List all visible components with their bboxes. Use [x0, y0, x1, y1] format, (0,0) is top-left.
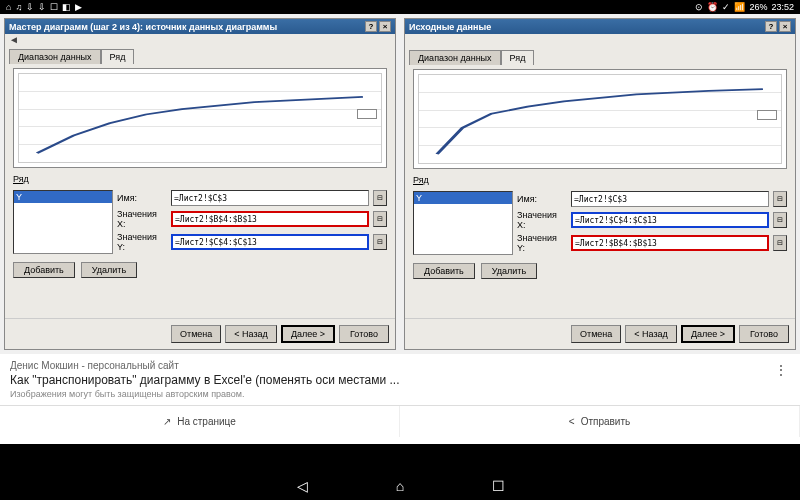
more-menu-icon[interactable]: ⋮: [774, 362, 788, 378]
help-button[interactable]: ?: [365, 21, 377, 32]
search-result-info[interactable]: Денис Мокшин - персональный сайт Как "тр…: [0, 354, 800, 405]
chart-legend: [357, 109, 377, 119]
y-values-input[interactable]: [171, 234, 369, 250]
y-values-label: Значения Y:: [517, 233, 567, 253]
alarm-icon: ⏰: [707, 2, 718, 12]
app-icon: ☐: [50, 2, 58, 12]
close-button[interactable]: ×: [779, 21, 791, 32]
close-button[interactable]: ×: [379, 21, 391, 32]
share-icon: <: [569, 416, 575, 427]
clock: 23:52: [771, 2, 794, 12]
wifi-icon: 📶: [734, 2, 745, 12]
recents-nav-icon[interactable]: ☐: [489, 477, 507, 495]
finish-button[interactable]: Готово: [339, 325, 389, 343]
check-icon: ✓: [722, 2, 730, 12]
dialog-title: Исходные данные: [409, 22, 491, 32]
android-navbar: ◁ ⌂ ☐: [0, 472, 800, 500]
range-picker-icon[interactable]: ⊟: [773, 235, 787, 251]
next-button[interactable]: Далее >: [681, 325, 735, 343]
download-icon: ⇩: [38, 2, 46, 12]
dialog-title: Мастер диаграмм (шаг 2 из 4): источник д…: [9, 22, 277, 32]
back-arrow-icon[interactable]: ◄: [9, 34, 19, 45]
chart-line: [419, 75, 781, 163]
titlebar: Мастер диаграмм (шаг 2 из 4): источник д…: [5, 19, 395, 34]
range-picker-icon[interactable]: ⊟: [373, 234, 387, 250]
screenshot-panels: Мастер диаграмм (шаг 2 из 4): источник д…: [0, 14, 800, 354]
name-label: Имя:: [117, 193, 167, 203]
series-item-y[interactable]: Y: [414, 192, 512, 204]
titlebar: Исходные данные ? ×: [405, 19, 795, 34]
result-title: Как "транспонировать" диаграмму в Excel'…: [10, 373, 790, 387]
next-button[interactable]: Далее >: [281, 325, 335, 343]
download-icon: ⇩: [26, 2, 34, 12]
tab-series[interactable]: Ряд: [101, 49, 135, 64]
chart-preview: [13, 68, 387, 168]
home-icon: ⌂: [6, 2, 11, 12]
back-button[interactable]: < Назад: [225, 325, 277, 343]
x-values-label: Значения X:: [517, 210, 567, 230]
series-listbox[interactable]: Y: [413, 191, 513, 255]
series-section-label: Ряд: [5, 172, 395, 186]
open-icon: ↗: [163, 416, 171, 427]
status-right: ⊙ ⏰ ✓ 📶 26% 23:52: [695, 2, 794, 12]
battery-icon: 26%: [749, 2, 767, 12]
delete-series-button[interactable]: Удалить: [481, 263, 537, 279]
tabs: Диапазон данных Ряд: [5, 45, 395, 64]
chart-line: [19, 74, 381, 162]
finish-button[interactable]: Готово: [739, 325, 789, 343]
share-action[interactable]: < Отправить: [400, 406, 800, 437]
y-values-input[interactable]: [571, 235, 769, 251]
series-listbox[interactable]: Y: [13, 190, 113, 254]
chart-legend: [757, 110, 777, 120]
content-area: Мастер диаграмм (шаг 2 из 4): источник д…: [0, 14, 800, 444]
back-nav-icon[interactable]: ◁: [293, 477, 311, 495]
name-input[interactable]: [171, 190, 369, 206]
cancel-button[interactable]: Отмена: [571, 325, 621, 343]
series-item-y[interactable]: Y: [14, 191, 112, 203]
chart-preview: [413, 69, 787, 169]
chart-wizard-dialog: Мастер диаграмм (шаг 2 из 4): источник д…: [4, 18, 396, 350]
android-statusbar: ⌂ ♫ ⇩ ⇩ ☐ ◧ ▶ ⊙ ⏰ ✓ 📶 26% 23:52: [0, 0, 800, 14]
tab-range[interactable]: Диапазон данных: [409, 50, 501, 65]
range-picker-icon[interactable]: ⊟: [373, 211, 387, 227]
music-icon: ♫: [15, 2, 22, 12]
cancel-button[interactable]: Отмена: [171, 325, 221, 343]
add-series-button[interactable]: Добавить: [413, 263, 475, 279]
play-icon: ▶: [75, 2, 82, 12]
status-left: ⌂ ♫ ⇩ ⇩ ☐ ◧ ▶: [6, 2, 82, 12]
result-copyright: Изображения могут быть защищены авторски…: [10, 389, 790, 399]
name-input[interactable]: [571, 191, 769, 207]
action-bar: ↗ На странице < Отправить: [0, 405, 800, 437]
range-picker-icon[interactable]: ⊟: [773, 212, 787, 228]
x-values-input[interactable]: [171, 211, 369, 227]
home-nav-icon[interactable]: ⌂: [391, 477, 409, 495]
delete-series-button[interactable]: Удалить: [81, 262, 137, 278]
tab-series[interactable]: Ряд: [501, 50, 535, 65]
share-label: Отправить: [581, 416, 631, 427]
range-picker-icon[interactable]: ⊟: [373, 190, 387, 206]
visit-page-label: На странице: [177, 416, 236, 427]
app-icon: ◧: [62, 2, 71, 12]
help-button[interactable]: ?: [765, 21, 777, 32]
y-values-label: Значения Y:: [117, 232, 167, 252]
result-site: Денис Мокшин - персональный сайт: [10, 360, 790, 371]
x-values-label: Значения X:: [117, 209, 167, 229]
source-data-dialog: Исходные данные ? × Диапазон данных Ряд: [404, 18, 796, 350]
range-picker-icon[interactable]: ⊟: [773, 191, 787, 207]
back-button[interactable]: < Назад: [625, 325, 677, 343]
tabs: Диапазон данных Ряд: [405, 46, 795, 65]
tab-range[interactable]: Диапазон данных: [9, 49, 101, 64]
sync-icon: ⊙: [695, 2, 703, 12]
x-values-input[interactable]: [571, 212, 769, 228]
series-section-label: Ряд: [405, 173, 795, 187]
name-label: Имя:: [517, 194, 567, 204]
visit-page-action[interactable]: ↗ На странице: [0, 406, 400, 437]
add-series-button[interactable]: Добавить: [13, 262, 75, 278]
